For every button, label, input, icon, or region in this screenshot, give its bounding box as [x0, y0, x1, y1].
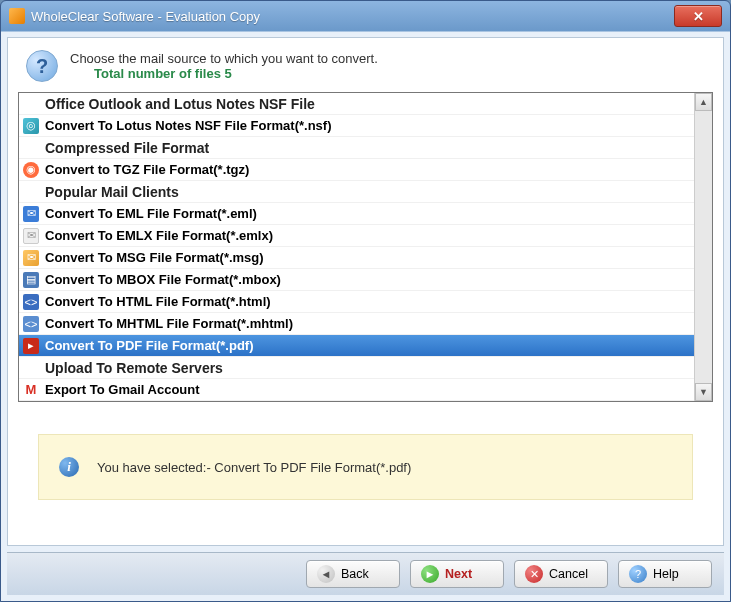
close-icon: ✕ [693, 9, 704, 24]
list-item[interactable]: ▤Convert To MBOX File Format(*.mbox) [19, 269, 694, 291]
list-item[interactable]: <>Convert To MHTML File Format(*.mhtml) [19, 313, 694, 335]
emlx-icon: ✉ [23, 228, 39, 244]
mhtml-icon: <> [23, 316, 39, 332]
scrollbar[interactable]: ▲ ▼ [694, 93, 712, 401]
back-label: Back [341, 567, 369, 581]
cancel-button[interactable]: ✕ Cancel [514, 560, 608, 588]
scroll-down-button[interactable]: ▼ [695, 383, 712, 401]
format-list-container: Office Outlook and Lotus Notes NSF File◎… [18, 92, 713, 402]
row-label: Office Outlook and Lotus Notes NSF File [45, 96, 315, 112]
html-icon: <> [23, 294, 39, 310]
row-label: Convert To Lotus Notes NSF File Format(*… [45, 118, 332, 133]
main-window: WholeClear Software - Evaluation Copy ✕ … [0, 0, 731, 602]
tgz-icon: ◉ [23, 162, 39, 178]
row-label: Convert To EMLX File Format(*.emlx) [45, 228, 273, 243]
back-button[interactable]: ◄ Back [306, 560, 400, 588]
next-arrow-icon: ► [421, 565, 439, 583]
row-label: Export To Gmail Account [45, 382, 200, 397]
msg-icon: ✉ [23, 250, 39, 266]
row-label: Convert to TGZ File Format(*.tgz) [45, 162, 249, 177]
question-icon: ? [26, 50, 58, 82]
row-label: Popular Mail Clients [45, 184, 179, 200]
help-question-icon: ? [629, 565, 647, 583]
back-arrow-icon: ◄ [317, 565, 335, 583]
help-button[interactable]: ? Help [618, 560, 712, 588]
instruction-text: Choose the mail source to which you want… [70, 51, 378, 66]
next-button[interactable]: ► Next [410, 560, 504, 588]
gmail-icon: M [23, 382, 39, 398]
content-area: ? Choose the mail source to which you wa… [7, 37, 724, 546]
scroll-up-button[interactable]: ▲ [695, 93, 712, 111]
list-item[interactable]: ✉Convert To EML File Format(*.eml) [19, 203, 694, 225]
window-title: WholeClear Software - Evaluation Copy [31, 9, 260, 24]
info-panel: i You have selected:- Convert To PDF Fil… [38, 434, 693, 500]
info-icon: i [59, 457, 79, 477]
list-item[interactable]: ✉Convert To MSG File Format(*.msg) [19, 247, 694, 269]
cancel-label: Cancel [549, 567, 588, 581]
list-group-header: Office Outlook and Lotus Notes NSF File [19, 93, 694, 115]
list-group-header: Compressed File Format [19, 137, 694, 159]
button-bar: ◄ Back ► Next ✕ Cancel ? Help [7, 552, 724, 595]
nsf-icon: ◎ [23, 118, 39, 134]
cancel-x-icon: ✕ [525, 565, 543, 583]
list-group-header: Upload To Remote Servers [19, 357, 694, 379]
close-button[interactable]: ✕ [674, 5, 722, 27]
list-item[interactable]: ◉Convert to TGZ File Format(*.tgz) [19, 159, 694, 181]
row-label: Compressed File Format [45, 140, 209, 156]
file-count-text: Total number of files 5 [94, 66, 378, 81]
row-label: Upload To Remote Servers [45, 360, 223, 376]
pdf-icon: ▸ [23, 338, 39, 354]
row-label: Convert To HTML File Format(*.html) [45, 294, 271, 309]
list-group-header: Popular Mail Clients [19, 181, 694, 203]
help-label: Help [653, 567, 679, 581]
titlebar: WholeClear Software - Evaluation Copy ✕ [1, 1, 730, 31]
list-item[interactable]: <>Convert To HTML File Format(*.html) [19, 291, 694, 313]
header-row: ? Choose the mail source to which you wa… [18, 46, 713, 92]
row-label: Convert To MBOX File Format(*.mbox) [45, 272, 281, 287]
app-icon [9, 8, 25, 24]
mbox-icon: ▤ [23, 272, 39, 288]
list-item[interactable]: ▸Convert To PDF File Format(*.pdf) [19, 335, 694, 357]
selection-text: You have selected:- Convert To PDF File … [97, 460, 411, 475]
list-item[interactable]: ✉Convert To EMLX File Format(*.emlx) [19, 225, 694, 247]
row-label: Convert To MHTML File Format(*.mhtml) [45, 316, 293, 331]
next-label: Next [445, 567, 472, 581]
eml-icon: ✉ [23, 206, 39, 222]
row-label: Convert To PDF File Format(*.pdf) [45, 338, 253, 353]
list-item[interactable]: MExport To Gmail Account [19, 379, 694, 401]
scroll-track[interactable] [695, 111, 712, 383]
row-label: Convert To MSG File Format(*.msg) [45, 250, 264, 265]
row-label: Convert To EML File Format(*.eml) [45, 206, 257, 221]
list-item[interactable]: ◎Convert To Lotus Notes NSF File Format(… [19, 115, 694, 137]
format-list[interactable]: Office Outlook and Lotus Notes NSF File◎… [19, 93, 694, 401]
